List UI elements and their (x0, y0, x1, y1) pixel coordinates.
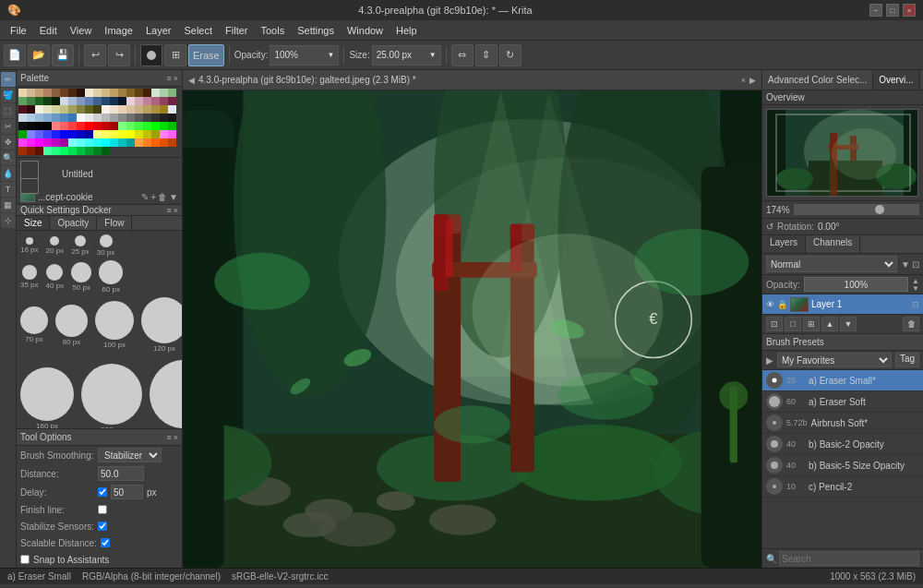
tab-advanced-color[interactable]: Advanced Color Selec... (762, 70, 873, 90)
color-swatch-59[interactable] (35, 114, 43, 122)
color-swatch-119[interactable] (60, 138, 68, 147)
color-swatch-65[interactable] (85, 114, 93, 122)
brush-size-item-6[interactable]: 50 px (71, 262, 91, 292)
mirror-h-button[interactable]: ⇔ (451, 44, 473, 66)
color-swatch-67[interactable] (102, 114, 110, 122)
color-swatch-25[interactable] (68, 97, 77, 105)
color-swatch-8[interactable] (85, 89, 93, 97)
color-swatch-87[interactable] (110, 122, 118, 130)
color-swatch-4[interactable] (52, 89, 60, 97)
color-swatch-19[interactable] (18, 97, 27, 105)
color-swatch-82[interactable] (68, 122, 77, 130)
color-swatch-98[interactable] (43, 130, 52, 138)
layer-more-icon[interactable]: ▼ (169, 192, 178, 202)
blend-icon-1[interactable]: ▼ (901, 259, 910, 270)
color-swatch-45[interactable] (77, 105, 85, 114)
opacity-input[interactable]: 100% ▼ (270, 45, 339, 66)
brush-list-item-5[interactable]: 10c) Pencil-2 (762, 476, 923, 498)
color-swatch-100[interactable] (60, 130, 68, 138)
color-swatch-79[interactable] (43, 122, 52, 130)
color-swatch-10[interactable] (102, 89, 110, 97)
layer-delete-button[interactable]: 🗑 (903, 317, 919, 331)
color-swatch-56[interactable] (168, 105, 176, 114)
color-swatch-51[interactable] (126, 105, 135, 114)
menu-item-view[interactable]: View (64, 23, 99, 38)
color-swatch-80[interactable] (52, 122, 60, 130)
color-swatch-81[interactable] (60, 122, 68, 130)
color-swatch-104[interactable] (93, 130, 102, 138)
brush-list-item-0[interactable]: 25a) Eraser Small* (762, 370, 923, 391)
color-swatch-9[interactable] (93, 89, 102, 97)
color-swatch-123[interactable] (93, 138, 102, 147)
size-input[interactable]: 25.00 px ▼ (372, 45, 441, 66)
overview-thumbnail[interactable] (766, 109, 918, 197)
transform-tool[interactable]: ⊹ (1, 213, 16, 228)
layer-down-button[interactable]: ▼ (840, 317, 857, 331)
opacity-down-arrow[interactable]: ▼ (912, 284, 919, 292)
color-swatch-130[interactable] (151, 138, 160, 147)
color-swatch-129[interactable] (143, 138, 151, 147)
palette-close-icon[interactable]: × (174, 74, 178, 83)
color-swatch-66[interactable] (93, 114, 102, 122)
color-swatch-139[interactable] (68, 147, 77, 155)
brush-size-item-4[interactable]: 35 px (20, 265, 39, 289)
color-swatch-77[interactable] (27, 122, 35, 130)
color-swatch-24[interactable] (60, 97, 68, 105)
color-swatch-37[interactable] (168, 97, 176, 105)
color-swatch-128[interactable] (135, 138, 143, 147)
layer-edit-icon[interactable]: ✎ (141, 192, 149, 202)
color-swatch-136[interactable] (43, 147, 52, 155)
select-tool[interactable]: ⬚ (1, 103, 16, 118)
color-swatch-18[interactable] (168, 89, 176, 97)
layer-lock-icon[interactable]: 🔒 (777, 300, 787, 309)
brush-size-item-11[interactable]: 120 px (141, 297, 182, 353)
menu-item-window[interactable]: Window (341, 23, 390, 38)
color-swatch-14[interactable] (135, 89, 143, 97)
foreground-color-swatch[interactable] (20, 161, 39, 179)
bp-filter-select[interactable]: My Favorites All (777, 353, 892, 367)
color-swatch-122[interactable] (85, 138, 93, 147)
color-swatch-70[interactable] (126, 114, 135, 122)
color-swatch-34[interactable] (143, 97, 151, 105)
layer-item-vis-icon[interactable]: ⊡ (912, 300, 919, 309)
fill-tool[interactable]: 🪣 (1, 88, 16, 102)
rotate-button[interactable]: ↻ (499, 44, 521, 66)
color-swatch-69[interactable] (118, 114, 126, 122)
layer-add-icon[interactable]: + (150, 192, 156, 202)
color-swatch-125[interactable] (110, 138, 118, 147)
to-stab-check[interactable] (98, 522, 107, 531)
color-swatch-143[interactable] (102, 147, 110, 155)
to-snap-check[interactable] (20, 555, 30, 564)
color-swatch-93[interactable] (160, 122, 168, 130)
color-swatch-78[interactable] (35, 122, 43, 130)
color-swatch-124[interactable] (102, 138, 110, 147)
to-scale-check[interactable] (101, 538, 110, 547)
to-fl-check[interactable] (98, 505, 107, 514)
color-swatch-105[interactable] (102, 130, 110, 138)
color-swatch-49[interactable] (110, 105, 118, 114)
color-swatch-26[interactable] (77, 97, 85, 105)
menu-item-help[interactable]: Help (390, 23, 424, 38)
color-swatch-72[interactable] (143, 114, 151, 122)
color-swatch-63[interactable] (68, 114, 77, 122)
layer-del-icon[interactable]: 🗑 (158, 192, 167, 202)
menu-item-edit[interactable]: Edit (33, 23, 64, 38)
color-swatch-137[interactable] (52, 147, 60, 155)
color-swatch-92[interactable] (151, 122, 160, 130)
color-swatch-108[interactable] (126, 130, 135, 138)
color-swatch-38[interactable] (18, 105, 27, 114)
color-swatch-62[interactable] (60, 114, 68, 122)
brush-size-item-3[interactable]: 30 px (97, 234, 115, 257)
color-swatch-36[interactable] (160, 97, 168, 105)
color-swatch-132[interactable] (168, 138, 176, 147)
tab-flow[interactable]: Flow (97, 216, 132, 230)
color-swatch-99[interactable] (52, 130, 60, 138)
undo-button[interactable]: ↩ (84, 44, 106, 66)
color-swatch-71[interactable] (135, 114, 143, 122)
blend-icon-2[interactable]: ⊡ (912, 259, 919, 270)
layer-group-button[interactable]: ⊞ (803, 317, 820, 331)
color-swatch-0[interactable] (18, 89, 27, 97)
color-swatch-138[interactable] (60, 147, 68, 155)
color-swatch-58[interactable] (27, 114, 35, 122)
qs-options-icon[interactable]: ≡ (166, 206, 171, 215)
